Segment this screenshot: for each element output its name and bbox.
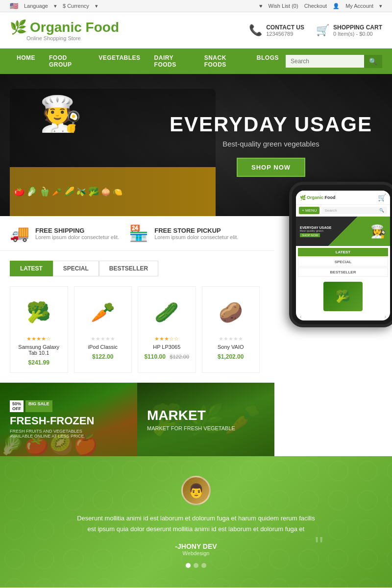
product-image: 🥦: [14, 293, 64, 332]
testimonial-text: Deserunt mollitia animi id est laborum e…: [74, 513, 318, 535]
main-nav: HOME FOOD GROUP VEGETABLES DAIRY FOODS S…: [0, 49, 392, 74]
nav-blogs[interactable]: BLOGS: [250, 49, 286, 74]
products-section: LATEST SPECIAL BESTSELLER 🥦 ★★★★☆ Samsun…: [0, 251, 270, 383]
checkout-link[interactable]: Checkout: [304, 3, 327, 9]
testimonial-section: 👨 Deserunt mollitia animi id est laborum…: [0, 456, 392, 588]
market-banner[interactable]: 🥦🌿🥕 MARKET MARKET FOR FRESH VEGETABLE: [137, 383, 274, 456]
tab-bestseller[interactable]: BESTSELLER: [99, 261, 158, 276]
dot-1[interactable]: [186, 563, 191, 568]
leaf-icon: 🌿: [10, 19, 27, 35]
top-bar-right: ♥ Wish List (0) Checkout 👤 My Account ▾: [259, 3, 382, 9]
product-name: HP LP3065: [142, 344, 192, 350]
phone-tab-special[interactable]: SPECIAL: [298, 257, 388, 267]
phone-search: Search🔍: [321, 207, 387, 214]
product-stars: ★★★★★: [206, 336, 256, 342]
phone-arrows: ‹ ›: [296, 313, 390, 320]
header: 🌿 Organic Food Online Shopping Store 📞 C…: [0, 12, 392, 49]
user-icon: 👤: [333, 3, 340, 9]
nav-home[interactable]: HOME: [10, 49, 42, 74]
product-price: $122.00: [92, 353, 113, 360]
product-card: 🥒 ★★★☆☆ HP LP3065 $110.00 $122.00: [138, 286, 196, 373]
product-card: 🥕 ★★★★★ iPod Classic $122.00: [74, 286, 132, 373]
logo[interactable]: 🌿 Organic Food Online Shopping Store: [10, 19, 119, 41]
tab-special[interactable]: SPECIAL: [53, 261, 99, 276]
product-image: 🥔: [206, 293, 256, 332]
contact-phone: 123456789: [266, 31, 304, 37]
search-button[interactable]: 🔍: [364, 55, 382, 68]
product-name: Sony VAIO: [206, 344, 256, 350]
nav-dairy[interactable]: DAIRY FOODS: [147, 49, 197, 74]
market-subtitle: MARKET FOR FRESH VEGETABLE: [147, 425, 265, 431]
testimonial-dots: [10, 563, 382, 568]
shop-now-button[interactable]: SHOP NOW: [237, 158, 305, 177]
search-input[interactable]: [286, 55, 364, 68]
product-image: 🥕: [78, 293, 128, 332]
nav-food-group[interactable]: FOOD GROUP: [42, 49, 92, 74]
mobile-phone-preview: 🌿 Organic Food 🛒 + MENU Search🔍 EVERYDAY…: [289, 182, 392, 327]
feature-shipping-title: FREE SHIPPING: [35, 227, 119, 234]
product-image: 🥒: [142, 293, 192, 332]
sale-banner[interactable]: 🥬🍅🥝🍎 50%OFF BIG SALE FRESH-FROZEN FRESH …: [0, 383, 137, 456]
nav-search: 🔍: [286, 55, 382, 68]
features-section: 🚚 FREE SHIPPING Lorem ipsum dolor consec…: [0, 216, 274, 251]
phone-cart-icon: 🛒: [378, 194, 386, 201]
nav-snack[interactable]: SNACK FOODS: [197, 49, 250, 74]
phone-tab-bestseller[interactable]: BESTSELLER: [298, 268, 388, 277]
tab-latest[interactable]: LATEST: [10, 261, 53, 276]
banner-content: 50%OFF BIG SALE FRESH-FROZEN FRESH FRUIT…: [0, 383, 137, 456]
testimonial-role: Webdesign: [10, 550, 382, 556]
truck-icon: 🚚: [10, 224, 29, 243]
phone-logo: Organic Food: [307, 195, 336, 200]
product-card: 🥔 ★★★★★ Sony VAIO $1,202.00: [202, 286, 260, 373]
language-selector[interactable]: Language: [24, 3, 48, 9]
phone-menu-btn: + MENU: [299, 207, 319, 214]
wishlist-link[interactable]: Wish List (0): [269, 3, 298, 9]
banner-title: FRESH-FROZEN: [10, 415, 127, 427]
product-price: $110.00: [144, 353, 165, 360]
product-card: 🥦 ★★★★☆ Samsung Galaxy Tab 10.1 $241.99: [10, 286, 68, 373]
discount-badge: 50%OFF: [10, 400, 24, 412]
nav-vegetables[interactable]: VEGETABLES: [92, 49, 147, 74]
product-old-price: $122.00: [170, 354, 189, 360]
dot-2[interactable]: [194, 563, 198, 568]
nav-items: HOME FOOD GROUP VEGETABLES DAIRY FOODS S…: [10, 49, 286, 74]
logo-text: Organic Food: [30, 20, 119, 35]
feature-pickup: 🏪 FREE STORE PICKUP Lorem ipsum dolor co…: [129, 224, 238, 243]
cart-count: 0 Item(s) - $0.00: [333, 31, 382, 37]
feature-shipping-desc: Lorem ipsum dolor consectetur elit.: [35, 234, 119, 240]
product-name: Samsung Galaxy Tab 10.1: [14, 344, 64, 356]
store-icon: 🏪: [129, 224, 148, 243]
cart-icon: 🛒: [316, 24, 329, 37]
heart-icon: ♥: [259, 3, 263, 9]
feature-pickup-desc: Lorem ipsum dolor consectetur elit.: [154, 234, 238, 240]
product-stars: ★★★★☆: [14, 336, 64, 342]
sale-badge: BIG SALE: [25, 400, 52, 412]
phone-product: 🥦: [296, 280, 390, 313]
phone-icon: 📞: [249, 24, 262, 37]
top-bar: 🇺🇸 Language ▾ $ Currency ▾ ♥ Wish List (…: [0, 0, 392, 12]
phone-tab-latest[interactable]: LATEST: [298, 248, 388, 256]
product-price: $241.99: [28, 359, 49, 366]
cart-button[interactable]: 🛒 SHOPPING CART 0 Item(s) - $0.00: [316, 24, 382, 37]
banners-row: 🥬🍅🥝🍎 50%OFF BIG SALE FRESH-FROZEN FRESH …: [0, 383, 274, 456]
currency-selector[interactable]: $ Currency: [63, 3, 89, 9]
contact-info: 📞 CONTACT US 123456789: [249, 24, 304, 37]
contact-label: CONTACT US: [266, 24, 304, 31]
product-stars: ★★★☆☆: [142, 336, 192, 342]
cart-label: SHOPPING CART: [333, 24, 382, 31]
phone-hero: EVERYDAY USAGE Best quality green SHOP N…: [296, 217, 390, 246]
left-content: 🚚 FREE SHIPPING Lorem ipsum dolor consec…: [0, 216, 274, 456]
products-grid: 🥦 ★★★★☆ Samsung Galaxy Tab 10.1 $241.99 …: [10, 286, 260, 373]
myaccount-link[interactable]: My Account: [345, 3, 373, 9]
product-tabs: LATEST SPECIAL BESTSELLER: [10, 261, 260, 276]
hero-section: 🧑‍🍳 🍅 🥬 🫑 🥕 🌽 🫒 🥦 🧅 🍋 EVERYDAY USAGE: [0, 74, 392, 216]
hero-title: EVERYDAY USAGE: [170, 113, 372, 136]
dot-3[interactable]: [201, 563, 206, 568]
prev-arrow[interactable]: ‹: [300, 314, 301, 319]
feature-pickup-title: FREE STORE PICKUP: [154, 227, 238, 234]
top-bar-left: 🇺🇸 Language ▾ $ Currency ▾: [10, 2, 98, 10]
next-arrow[interactable]: ›: [385, 314, 386, 319]
market-title: MARKET: [147, 408, 265, 423]
header-right: 📞 CONTACT US 123456789 🛒 SHOPPING CART 0…: [249, 24, 382, 37]
phone-screen: 🌿 Organic Food 🛒 + MENU Search🔍 EVERYDAY…: [296, 191, 390, 320]
